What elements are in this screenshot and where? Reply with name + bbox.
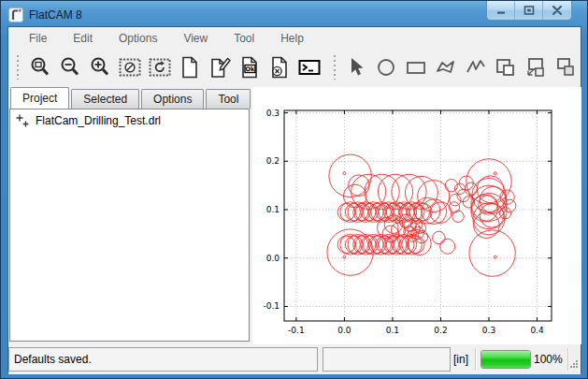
window-controls [486,1,572,21]
maximize-button[interactable] [515,1,543,20]
app-icon [8,7,23,22]
menu-item-edit[interactable]: Edit [60,28,106,49]
status-message: Defaults saved. [14,353,92,366]
window-title: FlatCAM 8 [29,8,82,22]
menu-item-tool[interactable]: Tool [221,28,267,49]
menu-bar: FileEditOptionsViewToolHelp [8,27,581,49]
tree-item-label: FlatCam_Drilling_Test.drl [36,114,161,127]
copy-objects-button[interactable] [491,52,521,82]
drill-plot: -0.10.00.10.20.30.4-0.10.00.10.20.3 [252,87,581,344]
shell-icon [297,55,322,80]
select-tool-button[interactable] [341,52,371,82]
delete-object-button[interactable] [265,52,294,82]
draw-polyline-icon [464,55,488,80]
tab-project[interactable]: Project [10,87,69,109]
svg-text:0.3: 0.3 [266,109,280,118]
minimize-icon [495,6,507,15]
save-ok-button[interactable]: Ok [235,52,265,82]
copy-objects-icon [494,55,518,80]
plot-canvas[interactable]: -0.10.00.10.20.30.4-0.10.00.10.20.3 [252,87,581,344]
move-objects-button[interactable] [521,52,551,82]
tab-tool[interactable]: Tool [206,89,251,109]
left-panel-tabs: ProjectSelectedOptionsTool [10,88,252,109]
resize-grip[interactable] [568,356,579,372]
new-project-button[interactable] [175,52,205,82]
svg-text:0.1: 0.1 [266,205,280,214]
zoom-in-button[interactable] [85,52,115,82]
svg-text:0.1: 0.1 [386,326,399,335]
tab-selected[interactable]: Selected [71,89,139,109]
progress-fill [481,351,530,368]
replot-button[interactable] [145,52,175,82]
zoom-fit-icon [28,55,52,80]
draw-polygon-button[interactable] [431,52,461,82]
menu-item-help[interactable]: Help [267,28,317,49]
zoom-out-button[interactable] [55,52,85,82]
draw-circle-button[interactable] [371,52,401,82]
close-icon [552,6,563,15]
delete-object-icon [267,55,292,80]
status-message-field: Defaults saved. [8,347,318,372]
menu-item-options[interactable]: Options [106,28,170,49]
draw-polyline-button[interactable] [461,52,491,82]
draw-rectangle-button[interactable] [401,52,431,82]
progress-percent: 100% [534,344,563,374]
draw-rectangle-icon [404,55,428,80]
draw-circle-icon [374,55,398,80]
project-tree-panel: FlatCam_Drilling_Test.drl [9,109,250,342]
draw-polygon-icon [434,55,458,80]
close-button[interactable] [543,1,571,20]
zoom-fit-button[interactable] [25,52,55,82]
svg-text:-0.1: -0.1 [263,301,280,311]
zoom-in-icon [88,55,112,80]
tab-options[interactable]: Options [141,89,204,109]
duplicate-objects-icon [553,55,578,80]
status-bar: Defaults saved. [in] 100% [8,344,581,374]
maximize-icon [523,6,535,15]
svg-text:0.4: 0.4 [530,326,544,335]
svg-text:0.0: 0.0 [266,254,280,263]
svg-text:Ok: Ok [245,66,255,73]
menu-item-view[interactable]: View [170,28,221,49]
clear-plot-icon [118,55,142,80]
flatcam-window: FlatCAM 8 FileEditOptionsViewToolHelp [0,0,588,379]
new-project-icon [178,55,202,80]
zoom-out-icon [58,55,82,80]
select-arrow-icon [344,55,368,80]
svg-text:0.3: 0.3 [482,326,495,335]
drill-file-icon [15,113,30,128]
title-bar: FlatCAM 8 [8,4,580,25]
save-ok-icon: Ok [237,55,262,80]
duplicate-objects-button[interactable] [551,52,581,82]
open-project-button[interactable] [205,52,235,82]
tree-item[interactable]: FlatCam_Drilling_Test.drl [10,109,249,130]
open-project-icon [208,55,232,80]
progress-bar [480,350,531,369]
svg-text:0.0: 0.0 [337,326,351,335]
svg-text:0.2: 0.2 [434,326,447,335]
menu-item-file[interactable]: File [16,28,60,49]
status-position-field [323,347,451,372]
replot-icon [148,55,172,80]
toolbar: Ok [8,49,581,86]
status-separator [475,348,476,371]
toolbar-drag-handle[interactable] [15,55,22,80]
clear-plot-button[interactable] [115,52,145,82]
editor-toolbar-drag-handle[interactable] [332,55,338,80]
shell-button[interactable] [294,52,324,82]
minimize-button[interactable] [487,1,515,20]
svg-text:-0.1: -0.1 [288,326,305,335]
units-label: [in] [453,344,468,374]
move-objects-icon [523,55,548,80]
client-area: FileEditOptionsViewToolHelp [7,26,581,373]
svg-text:0.2: 0.2 [266,156,280,166]
